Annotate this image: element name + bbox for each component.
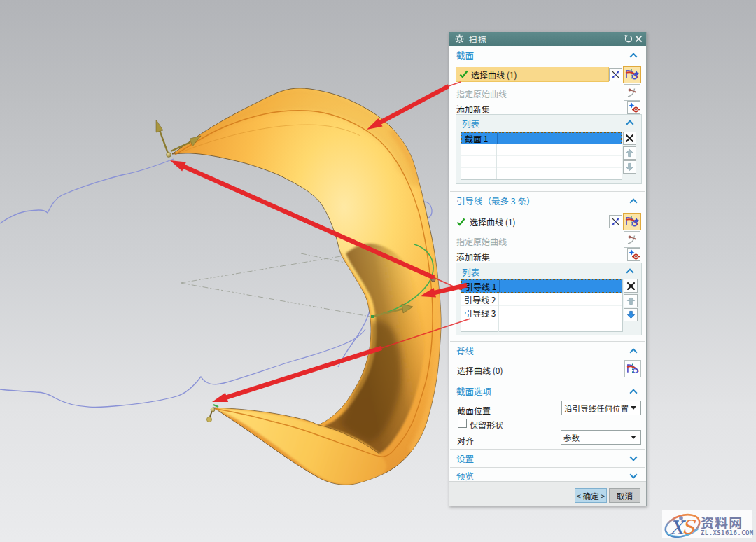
crossing-arrows-icon <box>610 69 621 80</box>
dropdown-arrow-icon <box>631 436 636 439</box>
preview-group-header[interactable]: 预览 <box>449 471 646 482</box>
arrow-down-icon <box>626 310 636 319</box>
close-icon <box>635 35 643 43</box>
guides-list-row-1[interactable]: 引导线 1 <box>461 279 622 293</box>
chevron-up-icon[interactable] <box>629 389 638 394</box>
section-list-table: 截面 1 <box>461 132 622 180</box>
ok-button[interactable]: < 确定 > <box>575 488 607 503</box>
section-add-new-set-row[interactable]: 添加新集 <box>456 103 490 115</box>
section-position-dropdown[interactable]: 沿引导线任何位置 <box>561 401 641 415</box>
section-position-label: 截面位置 <box>457 404 491 416</box>
dropdown-arrow-icon <box>631 406 636 410</box>
reset-icon <box>624 34 633 43</box>
deselect-swap-button[interactable] <box>609 215 622 228</box>
section-list-row-3[interactable] <box>461 156 622 168</box>
chevron-up-icon[interactable] <box>629 348 638 354</box>
spine-group-header[interactable]: 脊线 <box>449 345 646 356</box>
deselect-swap-button[interactable] <box>609 68 622 81</box>
section-list-move-down-button[interactable] <box>623 160 636 174</box>
nx-application-window: { "dialog": { "title": "扫掠", "section": … <box>0 0 756 542</box>
guides-specify-origin-row: 指定原始曲线 <box>456 235 507 247</box>
gear-icon <box>455 34 464 43</box>
guides-list-move-down-button[interactable] <box>624 308 638 321</box>
list-label: 列表 <box>462 265 479 279</box>
curve-rule-icon <box>625 215 639 228</box>
section-group-header[interactable]: 截面 <box>449 50 646 61</box>
guides-list-move-up-button[interactable] <box>624 294 638 307</box>
chevron-up-icon[interactable] <box>626 268 634 274</box>
preserve-shape-checkbox[interactable] <box>458 419 467 428</box>
dialog-body: 截面 选择曲线 (1) 指定 <box>449 32 646 481</box>
watermark-badge: X S 资料网 ZL.XS1616.COM <box>662 510 752 538</box>
guides-list-row-2[interactable]: 引导线 2 <box>461 293 622 306</box>
dialog-close-button[interactable] <box>634 34 644 44</box>
guides-select-curve-row[interactable]: 选择曲线 (1) <box>456 216 515 228</box>
section-list-row-4[interactable] <box>461 168 622 179</box>
guides-list-remove-button[interactable] <box>624 279 638 293</box>
section-list-remove-button[interactable] <box>623 132 636 145</box>
dialog-footer: < 确定 > 取消 <box>449 481 646 506</box>
arrow-down-icon <box>625 162 634 172</box>
delete-x-icon <box>626 282 636 291</box>
guides-add-new-set-button[interactable] <box>627 248 640 261</box>
guides-origin-curve-button[interactable] <box>624 231 640 248</box>
settings-group-header[interactable]: 设置 <box>449 453 646 464</box>
section-select-curve-row[interactable]: 选择曲线 (1) <box>456 67 609 82</box>
guides-add-new-set-row[interactable]: 添加新集 <box>456 251 490 263</box>
checkmark-icon <box>459 70 468 78</box>
curve-rule-icon <box>626 362 640 375</box>
guides-group-header[interactable]: 引导线（最多 3 条） <box>449 195 646 207</box>
arrow-up-icon <box>625 148 634 158</box>
preserve-shape-label[interactable]: 保留形状 <box>470 419 503 431</box>
sweep-surface-preview[interactable] <box>172 88 441 485</box>
guides-list-table: 引导线 1 引导线 2 引导线 3 <box>461 279 623 332</box>
sweep-dialog: 扫掠 截面 选择曲线 (1) <box>449 32 647 506</box>
cancel-button[interactable]: 取消 <box>609 488 640 503</box>
spine-curve-rule-button[interactable] <box>624 360 641 377</box>
dialog-reset-button[interactable] <box>623 34 634 44</box>
origin-curve-icon <box>626 86 638 99</box>
crossing-arrows-icon <box>610 216 621 227</box>
watermark-site-name: 资料网 <box>701 513 743 531</box>
spine-select-curve-row[interactable]: 选择曲线 (0) <box>457 364 503 376</box>
section-origin-curve-button[interactable] <box>624 84 640 101</box>
align-dropdown[interactable]: 参数 <box>561 430 641 445</box>
section-list-row-2[interactable] <box>461 144 622 156</box>
section-specify-origin-row: 指定原始曲线 <box>456 88 507 99</box>
watermark-site-caption: ZL.XS1616.COM <box>701 529 754 536</box>
watermark-logo: X S <box>662 510 703 538</box>
section-curve-rule-button[interactable] <box>623 66 641 83</box>
dialog-titlebar[interactable]: 扫掠 <box>449 32 646 46</box>
chevron-up-icon[interactable] <box>629 198 638 204</box>
checkmark-icon <box>456 218 465 226</box>
chevron-up-icon[interactable] <box>626 120 634 125</box>
guide-end-markers <box>206 405 218 422</box>
dialog-title: 扫掠 <box>469 33 487 45</box>
arrow-up-icon <box>626 296 636 305</box>
guides-list-row-4[interactable] <box>461 319 622 332</box>
list-label: 列表 <box>462 117 479 130</box>
chevron-down-icon[interactable] <box>629 456 638 461</box>
guide-point-handle[interactable] <box>431 277 435 282</box>
chevron-up-icon[interactable] <box>629 53 638 58</box>
add-new-set-icon <box>629 102 640 113</box>
logo-letter-s: S <box>682 516 696 538</box>
chevron-down-icon[interactable] <box>629 473 638 479</box>
section-add-new-set-button[interactable] <box>627 101 640 114</box>
delete-x-icon <box>625 134 634 143</box>
guides-list-row-3[interactable]: 引导线 3 <box>461 306 622 319</box>
align-label: 对齐 <box>457 434 474 446</box>
origin-curve-icon <box>626 233 638 246</box>
section-list-move-up-button[interactable] <box>623 146 636 160</box>
curve-rule-icon <box>625 68 639 81</box>
guides-curve-rule-button[interactable] <box>623 213 641 230</box>
add-new-set-icon <box>629 249 640 260</box>
section-options-header[interactable]: 截面选项 <box>449 386 646 397</box>
section-list-row-1[interactable]: 截面 1 <box>461 132 622 144</box>
